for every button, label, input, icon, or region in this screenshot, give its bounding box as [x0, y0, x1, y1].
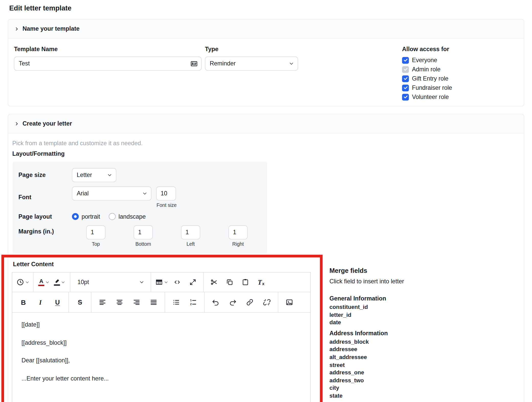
- access-checkbox-everyone[interactable]: Everyone: [402, 57, 452, 64]
- margin-field-bottom: 1Bottom: [134, 225, 153, 247]
- chevron-down-icon: [289, 61, 294, 66]
- create-letter-body: Pick from a template and customize it as…: [8, 140, 524, 402]
- undo-button[interactable]: [208, 295, 224, 309]
- page-size-label: Page size: [18, 168, 72, 182]
- font-size-input[interactable]: [156, 186, 176, 200]
- copy-button[interactable]: [222, 275, 237, 289]
- font-size-caption: Font size: [157, 203, 176, 208]
- source-code-button[interactable]: [170, 275, 184, 289]
- underline-button[interactable]: U: [49, 295, 65, 309]
- checkbox-icon: [402, 94, 409, 100]
- svg-text:2: 2: [190, 303, 192, 306]
- margin-input-bottom[interactable]: 1: [134, 225, 153, 239]
- type-select[interactable]: Reminder: [205, 57, 298, 71]
- merge-field-state[interactable]: state: [329, 392, 476, 399]
- insert-datetime-button[interactable]: [15, 275, 30, 289]
- margin-caption: Right: [228, 241, 248, 247]
- access-checkbox-volunteer-role[interactable]: Volunteer role: [402, 93, 452, 100]
- chevron-down-icon: [45, 280, 49, 284]
- insert-link-button[interactable]: [242, 295, 258, 309]
- list-number-icon: 12: [189, 298, 197, 306]
- align-left-button[interactable]: [94, 295, 110, 309]
- contact-card-icon: [190, 60, 198, 67]
- checkbox-icon: [402, 84, 409, 91]
- margin-caption: Bottom: [134, 241, 153, 247]
- merge-field-alt-addressee[interactable]: alt_addressee: [329, 353, 476, 361]
- merge-field-address-two[interactable]: address_two: [329, 376, 476, 384]
- fullscreen-button[interactable]: [185, 275, 200, 289]
- page-size-select[interactable]: Letter: [72, 168, 116, 182]
- bullet-list-button[interactable]: [168, 295, 184, 309]
- paste-button[interactable]: [238, 275, 253, 289]
- margin-caption: Left: [181, 241, 200, 247]
- merge-field-street[interactable]: street: [329, 361, 476, 368]
- editor-content[interactable]: [[date]][[address_block]]Dear [[salutati…: [12, 313, 310, 402]
- align-center-icon: [116, 298, 124, 306]
- italic-button[interactable]: I: [32, 295, 49, 309]
- merge-field-constituent-id[interactable]: constituent_id: [329, 303, 476, 311]
- chevron-down-icon: [164, 280, 168, 284]
- margin-fields: 1Top1Bottom1Left1Right: [86, 225, 248, 247]
- merge-field-city[interactable]: city: [329, 384, 476, 392]
- table-button[interactable]: [154, 275, 169, 289]
- font-size-select-value: 10pt: [77, 278, 89, 286]
- margin-input-right[interactable]: 1: [228, 225, 248, 239]
- align-justify-icon: [150, 298, 158, 306]
- allow-access-field: Allow access for EveryoneAdmin roleGift …: [402, 46, 452, 101]
- align-justify-button[interactable]: [146, 295, 162, 309]
- merge-field-address-block[interactable]: address_block: [329, 338, 476, 345]
- checkbox-icon: [402, 57, 409, 64]
- page-title: Edit letter template: [9, 4, 524, 12]
- merge-field-letter-id[interactable]: letter_id: [329, 311, 476, 318]
- align-center-button[interactable]: [112, 295, 128, 309]
- merge-field-address-one[interactable]: address_one: [329, 369, 476, 376]
- access-checkbox-fundraiser-role[interactable]: Fundraiser role: [402, 84, 452, 91]
- redo-button[interactable]: [225, 295, 241, 309]
- remove-link-button[interactable]: [259, 295, 275, 309]
- radio-landscape[interactable]: landscape: [109, 213, 146, 220]
- create-letter-section-header[interactable]: Create your letter: [8, 114, 524, 133]
- strikethrough-icon: S: [78, 299, 82, 305]
- editor-paragraph: [[date]]: [21, 321, 301, 328]
- merge-group-general-information: General Informationconstituent_idletter_…: [329, 295, 476, 326]
- page-layout-radios: portraitlandscape: [72, 211, 146, 222]
- type-select-value: Reminder: [210, 60, 236, 67]
- strikethrough-button[interactable]: S: [72, 295, 88, 309]
- merge-field-date[interactable]: date: [329, 319, 476, 326]
- template-name-field: Template Name: [14, 46, 202, 101]
- merge-fields-panel: Merge fields Click field to insert into …: [329, 254, 476, 402]
- text-color-button[interactable]: A: [37, 275, 51, 289]
- redo-icon: [229, 298, 237, 306]
- align-right-button[interactable]: [129, 295, 145, 309]
- fullscreen-icon: [189, 278, 197, 286]
- font-size-select[interactable]: 10pt: [73, 275, 148, 289]
- margin-input-left[interactable]: 1: [181, 225, 200, 239]
- numbered-list-button[interactable]: 12: [185, 295, 201, 309]
- name-template-section-header[interactable]: Name your template: [8, 19, 524, 39]
- editor-toolbar-row-2: BIUS12: [12, 292, 310, 313]
- access-checkbox-admin-role[interactable]: Admin role: [402, 66, 452, 73]
- svg-text:1: 1: [190, 299, 192, 302]
- margin-field-right: 1Right: [228, 225, 248, 247]
- highlight-color-button[interactable]: [52, 275, 67, 289]
- letter-content-label: Letter Content: [13, 261, 311, 268]
- merge-fields-title: Merge fields: [329, 267, 476, 274]
- merge-field-addressee[interactable]: addressee: [329, 345, 476, 353]
- font-select[interactable]: Arial: [72, 186, 151, 200]
- template-name-input[interactable]: [14, 57, 202, 71]
- cut-button[interactable]: [207, 275, 221, 289]
- type-field: Type Reminder: [205, 46, 298, 101]
- merge-group-heading: Address Information: [329, 330, 476, 337]
- bold-button[interactable]: B: [15, 295, 31, 309]
- editor-paragraph: ...Enter your letter content here...: [21, 375, 301, 382]
- page-size-select-value: Letter: [77, 172, 92, 179]
- radio-portrait[interactable]: portrait: [72, 213, 100, 220]
- access-checkbox-gift-entry-role[interactable]: Gift Entry role: [402, 75, 452, 82]
- highlight-icon: [54, 279, 60, 286]
- image-icon: [285, 298, 293, 306]
- margin-input-top[interactable]: 1: [86, 225, 105, 239]
- radio-label: portrait: [82, 213, 100, 220]
- insert-image-button[interactable]: [281, 295, 297, 309]
- clear-formatting-button[interactable]: Tx: [254, 275, 268, 289]
- template-name-label: Template Name: [14, 46, 202, 53]
